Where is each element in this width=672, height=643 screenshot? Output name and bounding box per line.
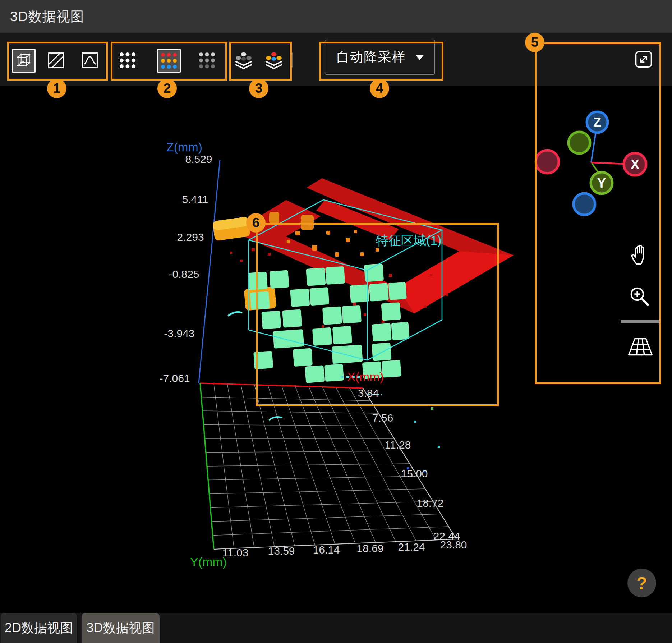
gizmo-neg-x-ball <box>536 150 559 173</box>
toolbar-divider <box>106 52 108 68</box>
colored-dot-grid-icon <box>160 51 178 70</box>
colored-layers-icon <box>264 51 284 70</box>
fullscreen-button[interactable] <box>634 50 653 69</box>
tab-2d-label: 2D数据视图 <box>5 619 73 637</box>
hand-icon <box>629 243 652 266</box>
render-white-points-button[interactable] <box>118 50 138 70</box>
gizmo-y-label: Y <box>597 176 606 190</box>
tab-3d-data-view[interactable]: 3D数据视图 <box>82 613 160 643</box>
toolbar-divider-2 <box>292 52 293 68</box>
expand-icon <box>634 50 653 69</box>
gizmo-z-ball: Z <box>587 112 608 133</box>
app-window: 3D数据视图 <box>0 0 672 643</box>
gizmo-y-ball: Y <box>591 172 612 194</box>
gizmo-x-ball: X <box>624 153 646 175</box>
render-color-points-button[interactable] <box>157 49 181 73</box>
tab-3d-label: 3D数据视图 <box>86 619 155 637</box>
pan-tool-button[interactable] <box>629 243 652 266</box>
gizmo-neg-y-ball <box>569 132 590 153</box>
depth-map-view-button[interactable] <box>46 50 66 70</box>
mono-layers-icon <box>234 51 253 70</box>
gray-dot-grid-icon <box>198 51 216 70</box>
cube-wireframe-icon <box>15 52 32 69</box>
panel-divider <box>621 320 659 323</box>
orientation-gizmo[interactable]: Z X Y <box>525 90 661 226</box>
curve-icon <box>81 51 99 69</box>
chevron-down-icon <box>415 55 424 60</box>
hatched-square-icon <box>47 51 65 69</box>
white-dot-grid-icon <box>118 51 137 70</box>
point-cloud-view-button[interactable] <box>12 49 36 73</box>
gizmo-x-label: X <box>631 157 639 172</box>
help-button[interactable]: ? <box>627 569 656 597</box>
title-bar: 3D数据视图 <box>0 0 672 33</box>
gizmo-neg-z-ball <box>574 193 595 215</box>
render-gray-points-button[interactable] <box>197 50 217 70</box>
perspective-view-button[interactable] <box>627 337 654 357</box>
magnifier-plus-icon <box>628 285 651 308</box>
downsample-dropdown[interactable]: 自动降采样 <box>325 40 435 75</box>
zoom-tool-button[interactable] <box>628 285 651 308</box>
help-label: ? <box>636 573 647 593</box>
profile-view-button[interactable] <box>80 50 100 70</box>
tab-2d-data-view[interactable]: 2D数据视图 <box>1 613 77 643</box>
layers-mono-button[interactable] <box>234 50 254 70</box>
layers-colored-button[interactable] <box>264 50 284 70</box>
page-title: 3D数据视图 <box>10 8 84 26</box>
downsample-dropdown-value: 自动降采样 <box>336 48 406 66</box>
perspective-grid-icon <box>627 337 654 357</box>
gizmo-z-label: Z <box>593 115 601 130</box>
tab-bar: 2D数据视图 3D数据视图 <box>0 613 672 643</box>
